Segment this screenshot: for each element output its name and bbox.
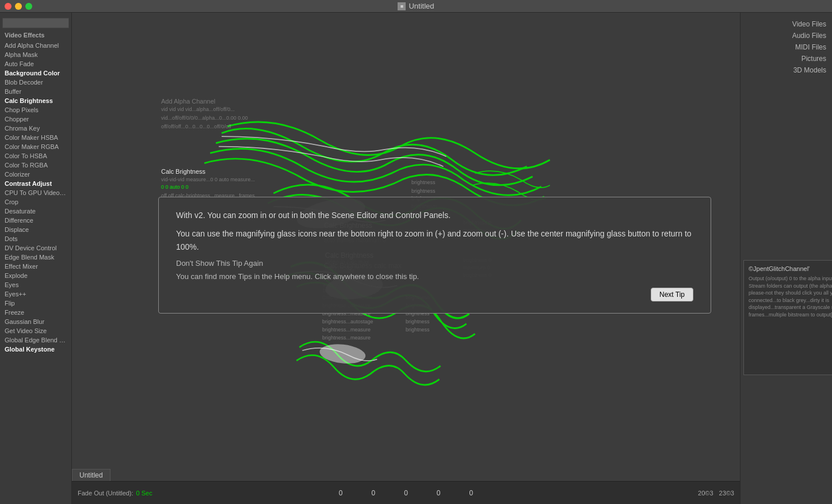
fade-value: 0 Sec (136, 490, 152, 497)
window-title: Untitled (409, 2, 434, 10)
next-tip-button[interactable]: Next Tip (651, 288, 693, 301)
bottom-tab[interactable]: Untitled (72, 469, 110, 481)
sidebar-item-dots[interactable]: Dots (0, 234, 71, 243)
center-area: Add Alpha Channel vid vid vid vid...alph… (72, 13, 740, 504)
sidebar-item-flip[interactable]: Flip (0, 299, 71, 308)
tooltip-line2: You can use the magnifying glass icons n… (176, 227, 693, 253)
right-link-audio-files[interactable]: Audio Files (743, 30, 829, 41)
sidebar-item-explode[interactable]: Explode (0, 271, 71, 280)
right-links: Video FilesAudio FilesMIDI FilesPictures… (743, 18, 829, 76)
app-icon: ■ (398, 2, 406, 10)
bottom-numbers: 0 0 0 0 0 (339, 489, 473, 497)
num1: 0 (339, 489, 343, 497)
sidebar-item-freeze[interactable]: Freeze (0, 308, 71, 317)
glitch-cb2: 0 0 auto 0 0 (161, 184, 189, 190)
sidebar-item-color-to-hsba[interactable]: Color To HSBA (0, 151, 71, 161)
num2: 0 (371, 489, 375, 497)
search-input[interactable] (2, 18, 69, 28)
close-button[interactable] (5, 3, 12, 10)
sidebar-item-desaturate[interactable]: Desaturate (0, 207, 71, 216)
sidebar-items-container: Add Alpha ChannelAlpha MaskAuto FadeBack… (0, 41, 71, 354)
sidebar-item-background-color[interactable]: Background Color (0, 68, 71, 78)
sidebar-item-eyes[interactable]: Eyes (0, 280, 71, 289)
glitch-low4: brightness...autostage (322, 319, 373, 324)
main-layout: Video Effects Add Alpha ChannelAlpha Mas… (0, 13, 832, 504)
num5: 0 (470, 489, 474, 497)
rp-text: Output (o/output) 0 to the alpha input f… (749, 275, 832, 319)
sidebar-item-calc-brightness[interactable]: Calc Brightness (0, 96, 71, 105)
sidebar-item-buffer[interactable]: Buffer (0, 87, 71, 96)
glitch-add-alpha: Add Alpha Channel (161, 98, 215, 105)
bottom-bar: Fade Out (Untitled): 0 Sec 0 0 0 0 0 20©… (72, 481, 740, 504)
svg-point-2 (319, 342, 366, 366)
bottom-right-vals: 20©3 23©3 (698, 490, 734, 497)
tooltip-dont-show: Don't Show This Tip Again (176, 259, 693, 268)
sidebar-item-contrast-adjust[interactable]: Contrast Adjust (0, 179, 71, 188)
sidebar-item-crop[interactable]: Crop (0, 197, 71, 207)
sidebar-item-auto-fade[interactable]: Auto Fade (0, 59, 71, 68)
sidebar-item-get-video-size[interactable]: Get Video Size (0, 326, 71, 335)
glitch-rb5: brightness (406, 327, 430, 333)
traffic-lights (5, 3, 32, 10)
glitch-bright-right2: brightness (411, 188, 436, 194)
sidebar-item-alpha-mask[interactable]: Alpha Mask (0, 50, 71, 59)
right-link-video-files[interactable]: Video Files (743, 18, 829, 30)
right-bottom-panel: ©JpentGlitchChannel' Output (o/output) 0… (743, 260, 832, 375)
num4: 0 (437, 489, 441, 497)
sidebar-item-eyes-plus[interactable]: Eyes++ (0, 289, 71, 299)
glitch-calc-bright-title: Calc Brightness (161, 168, 205, 175)
sidebar-item-color-maker-rgba[interactable]: Color Maker RGBA (0, 142, 71, 151)
sidebar-item-cpu-to-gpu[interactable]: CPU To GPU Video Cor (0, 188, 71, 197)
sidebar-item-edge-blend-mask[interactable]: Edge Blend Mask (0, 253, 71, 262)
sidebar-item-effect-mixer[interactable]: Effect Mixer (0, 262, 71, 271)
sidebar-item-blob-decoder[interactable]: Blob Decoder (0, 78, 71, 87)
glitch-low5: brightness...measure (322, 327, 371, 333)
sidebar-item-color-to-rgba[interactable]: Color To RGBA (0, 161, 71, 170)
rp-title: ©JpentGlitchChannel' (749, 265, 832, 272)
title-area: ■ Untitled (398, 2, 434, 10)
sidebar-item-chopper[interactable]: Chopper (0, 114, 71, 124)
right-link-midi-files[interactable]: MIDI Files (743, 41, 829, 53)
glitch-bright-right1: brightness (411, 180, 436, 185)
minimize-button[interactable] (15, 3, 22, 10)
glitch-vid3: off/off/off...0...0...0...0...off/0/off (161, 124, 231, 129)
num3: 0 (404, 489, 408, 497)
version-val2: 23©3 (719, 490, 734, 497)
tooltip-line1: With v2. You can zoom in or out in both … (176, 209, 693, 222)
maximize-button[interactable] (25, 3, 32, 10)
sidebar-item-difference[interactable]: Difference (0, 216, 71, 225)
canvas-area: Add Alpha Channel vid vid vid vid...alph… (72, 13, 740, 481)
sidebar-item-colorizer[interactable]: Colorizer (0, 170, 71, 179)
glitch-vid1: vid vid vid vid...alpha...off/off/0... (161, 106, 235, 112)
tooltip-footer: You can find more Tips in the Help menu.… (176, 272, 693, 281)
titlebar: ■ Untitled (0, 0, 832, 13)
glitch-vid2: vid...off/off/0/0/0...alpha...0...0.00 0… (161, 115, 248, 121)
glitch-rb4: brightness (406, 319, 430, 324)
sidebar-section-title: Video Effects (0, 29, 71, 41)
sidebar-item-global-keystone[interactable]: Global Keystone (0, 345, 71, 354)
sidebar-item-dv-device-control[interactable]: DV Device Control (0, 243, 71, 253)
right-sidebar: Video FilesAudio FilesMIDI FilesPictures… (740, 13, 832, 504)
glitch-low6: brightness...measure (322, 335, 371, 341)
sidebar-item-global-edge-blend[interactable]: Global Edge Blend Ma (0, 335, 71, 345)
fade-label: Fade Out (Untitled): (78, 490, 133, 497)
right-link-pictures[interactable]: Pictures (743, 53, 829, 64)
sidebar-item-color-maker-hsba[interactable]: Color Maker HSBA (0, 133, 71, 142)
sidebar-item-gaussian-blur[interactable]: Gaussian Blur (0, 317, 71, 326)
version-val1: 20©3 (698, 490, 713, 497)
sidebar-item-chroma-key[interactable]: Chroma Key (0, 124, 71, 133)
glitch-cb1: vid-vid-vid measure...0 0 auto measure..… (161, 177, 255, 182)
sidebar-item-chop-pixels[interactable]: Chop Pixels (0, 105, 71, 114)
sidebar-item-add-alpha-channel[interactable]: Add Alpha Channel (0, 41, 71, 50)
tooltip-dialog: With v2. You can zoom in or out in both … (158, 197, 711, 314)
left-sidebar: Video Effects Add Alpha ChannelAlpha Mas… (0, 13, 72, 504)
right-link-3d-models[interactable]: 3D Models (743, 64, 829, 76)
sidebar-item-displace[interactable]: Displace (0, 225, 71, 234)
